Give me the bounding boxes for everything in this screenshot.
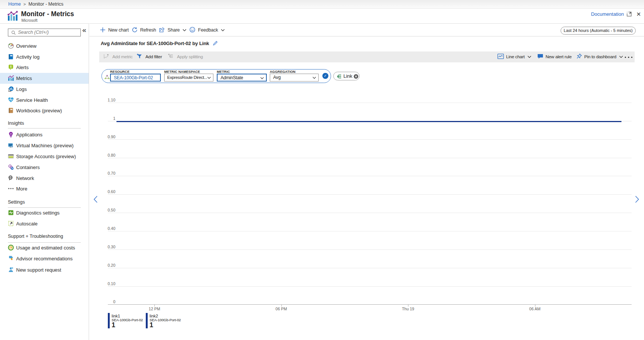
svg-text:$: $ — [10, 246, 12, 249]
